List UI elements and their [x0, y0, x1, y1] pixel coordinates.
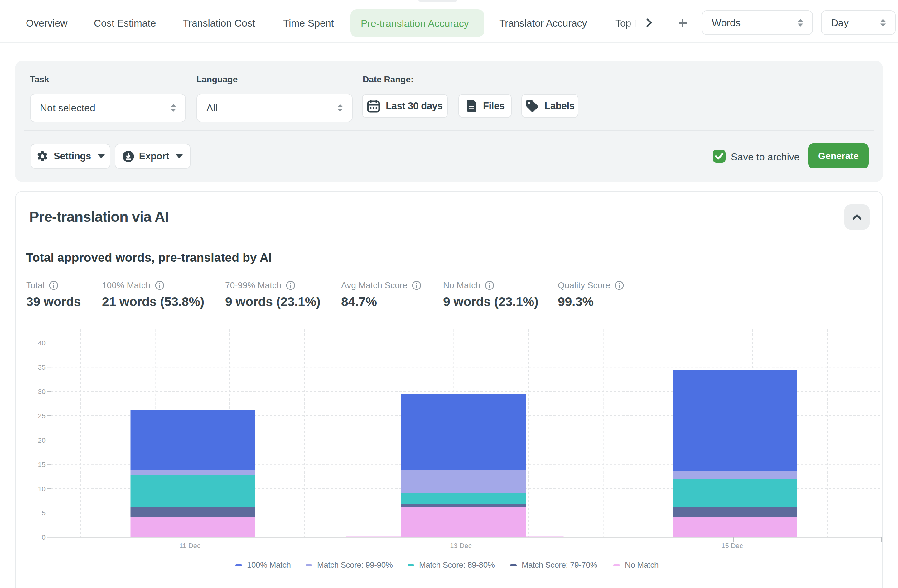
svg-text:20: 20 — [38, 436, 46, 444]
svg-text:25: 25 — [38, 412, 46, 420]
svg-text:15: 15 — [38, 461, 46, 468]
svg-text:40: 40 — [38, 339, 46, 347]
svg-text:35: 35 — [38, 363, 46, 371]
svg-text:30: 30 — [38, 388, 46, 396]
svg-text:0: 0 — [42, 533, 46, 541]
svg-text:5: 5 — [42, 509, 46, 517]
svg-text:11 Dec: 11 Dec — [179, 542, 200, 550]
svg-text:13 Dec: 13 Dec — [450, 542, 472, 550]
svg-text:15 Dec: 15 Dec — [721, 542, 743, 550]
svg-text:10: 10 — [38, 485, 46, 493]
